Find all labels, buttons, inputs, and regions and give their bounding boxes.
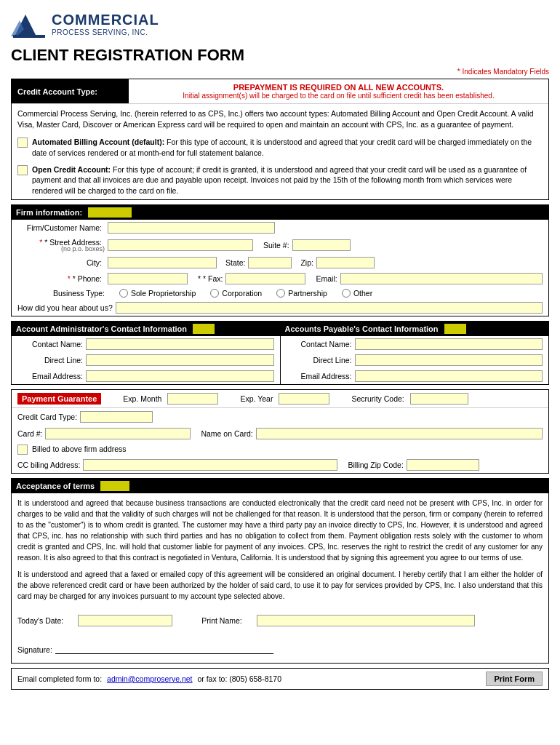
- account-admin-col: Account Administrator's Contact Informat…: [12, 322, 281, 384]
- payment-header: Payment Guarantee Exp. Month Exp. Year S…: [12, 390, 548, 408]
- security-label: Secrurity Code:: [351, 394, 404, 403]
- firm-name-row: Firm/Customer Name:: [12, 220, 548, 236]
- payment-title: Payment Guarantee: [17, 393, 101, 405]
- business-type-label: Business Type:: [17, 289, 105, 298]
- acceptance-accent: [100, 481, 129, 491]
- ap-contact-name-row: Contact Name:: [281, 336, 549, 352]
- signature-line[interactable]: [55, 640, 273, 654]
- email-input[interactable]: [340, 273, 543, 284]
- acceptance-body: It is understood and agreed that because…: [12, 493, 548, 612]
- phone-label: * Phone:: [17, 274, 105, 283]
- cc-address-label: CC biling Address:: [17, 461, 80, 469]
- firm-info-section: Firm information: Firm/Customer Name: * …: [11, 204, 549, 316]
- name-on-card-label: Name on Card:: [201, 429, 252, 438]
- accounts-payable-title: Accounts Payable's Contact Information: [285, 324, 439, 333]
- ap-email-input[interactable]: [355, 370, 543, 382]
- card-num-row: Card #: Name on Card:: [12, 426, 548, 442]
- credit-description: Commercial Process Serving, Inc. (herein…: [12, 103, 548, 134]
- exp-month-label: Exp. Month: [123, 394, 161, 403]
- card-num-input[interactable]: [45, 428, 191, 439]
- billed-row: Billed to above firm address: [12, 442, 548, 457]
- sig-line-row: Signature:: [12, 637, 548, 657]
- admin-email-row: Email Address:: [12, 368, 280, 384]
- sole-prop-radio[interactable]: [119, 289, 128, 298]
- business-partnership[interactable]: Partnership: [276, 289, 327, 298]
- footer-email-text: Email completed form to:: [17, 674, 102, 683]
- suite-label: Suite #:: [263, 241, 289, 250]
- sole-prop-label: Sole Proprietorship: [131, 289, 196, 298]
- street-input[interactable]: [108, 239, 253, 251]
- suite-input[interactable]: [292, 239, 351, 251]
- open-credit-text: Open Credit Account: For this type of ac…: [32, 164, 543, 196]
- logo-box: COMMERCIAL PROCESS SERVING, INC.: [11, 7, 159, 40]
- footer-email-link[interactable]: admin@comproserve.net: [107, 674, 192, 683]
- open-credit-row: Open Credit Account: For this type of ac…: [12, 162, 548, 199]
- mandatory-note: * Indicates Mandatory Fields: [11, 68, 549, 76]
- credit-account-section: Credit Account Type: PREPAYMENT IS REQUI…: [11, 79, 549, 200]
- logo-icon: [11, 7, 47, 40]
- open-credit-checkbox[interactable]: [17, 165, 28, 175]
- name-on-card-input[interactable]: [256, 428, 543, 439]
- automated-billing-row: Automated Billing Account (default): For…: [12, 134, 548, 161]
- account-admin-accent: [193, 324, 215, 334]
- acceptance-title: Acceptance of terms: [16, 482, 95, 490]
- print-name-input[interactable]: [257, 615, 475, 626]
- security-group: Secrurity Code:: [351, 393, 468, 405]
- exp-month-input[interactable]: [167, 393, 218, 405]
- footer-fax-text: or fax to: (805) 658-8170: [197, 674, 281, 683]
- how-heard-input[interactable]: [116, 302, 543, 314]
- firm-header-label: Firm information:: [16, 208, 82, 217]
- firm-header-accent: [88, 207, 132, 218]
- exp-year-label: Exp. Year: [240, 394, 273, 403]
- accounts-payable-header: Accounts Payable's Contact Information: [281, 322, 549, 336]
- corporation-radio[interactable]: [210, 289, 219, 298]
- security-input[interactable]: [410, 393, 468, 405]
- exp-year-input[interactable]: [279, 393, 329, 405]
- ap-contact-name-label: Contact Name:: [287, 340, 352, 348]
- email-label: Email:: [316, 274, 337, 283]
- ap-direct-line-input[interactable]: [355, 354, 543, 366]
- firm-header: Firm information:: [12, 205, 548, 220]
- card-type-row: Credit Card Type:: [12, 408, 548, 426]
- business-other[interactable]: Other: [342, 289, 372, 298]
- account-admin-header: Account Administrator's Contact Informat…: [12, 322, 280, 336]
- business-sole-prop[interactable]: Sole Proprietorship: [119, 289, 196, 298]
- print-button[interactable]: Print Form: [486, 672, 543, 686]
- street-row: * Street Address: (no p.o. boxes) Suite …: [12, 236, 548, 255]
- automated-label: Automated Billing Account (default):: [32, 138, 164, 146]
- billing-zip-input[interactable]: [407, 459, 479, 471]
- admin-contact-name-row: Contact Name:: [12, 336, 280, 352]
- billing-zip-label: Billing Zip Code:: [348, 461, 403, 469]
- how-heard-label: How did you hear about us?: [17, 303, 113, 312]
- how-heard-row: How did you hear about us?: [12, 300, 548, 316]
- footer-text: Email completed form to: admin@comproser…: [17, 674, 281, 683]
- admin-email-label: Email Address:: [17, 372, 83, 381]
- credit-warning-sub: Initial assignment(s) will be charged to…: [135, 92, 543, 100]
- city-input[interactable]: [108, 257, 217, 268]
- print-name-label: Print Name:: [201, 616, 241, 625]
- partnership-radio[interactable]: [276, 289, 285, 298]
- ap-direct-line-label: Direct Line:: [287, 356, 352, 364]
- admin-contact-name-input[interactable]: [86, 338, 274, 350]
- exp-year-group: Exp. Year: [240, 393, 329, 405]
- automated-checkbox[interactable]: [17, 138, 28, 148]
- ap-contact-name-input[interactable]: [355, 338, 543, 350]
- admin-direct-line-label: Direct Line:: [17, 356, 83, 364]
- fax-input[interactable]: [225, 273, 305, 284]
- acceptance-section: Acceptance of terms It is understood and…: [11, 478, 549, 664]
- corporation-label: Corporation: [222, 289, 262, 298]
- phone-input[interactable]: [108, 273, 188, 284]
- billed-checkbox[interactable]: [17, 445, 28, 455]
- todays-date-input[interactable]: [78, 615, 172, 626]
- card-type-input[interactable]: [80, 411, 153, 423]
- city-label: City:: [17, 258, 105, 267]
- ap-direct-line-row: Direct Line:: [281, 352, 549, 368]
- business-corporation[interactable]: Corporation: [210, 289, 262, 298]
- cc-address-input[interactable]: [83, 459, 337, 471]
- state-input[interactable]: [248, 257, 292, 268]
- other-radio[interactable]: [342, 289, 351, 298]
- admin-direct-line-input[interactable]: [86, 354, 274, 366]
- zip-input[interactable]: [316, 257, 375, 268]
- firm-name-input[interactable]: [108, 222, 275, 234]
- admin-email-input[interactable]: [86, 370, 274, 382]
